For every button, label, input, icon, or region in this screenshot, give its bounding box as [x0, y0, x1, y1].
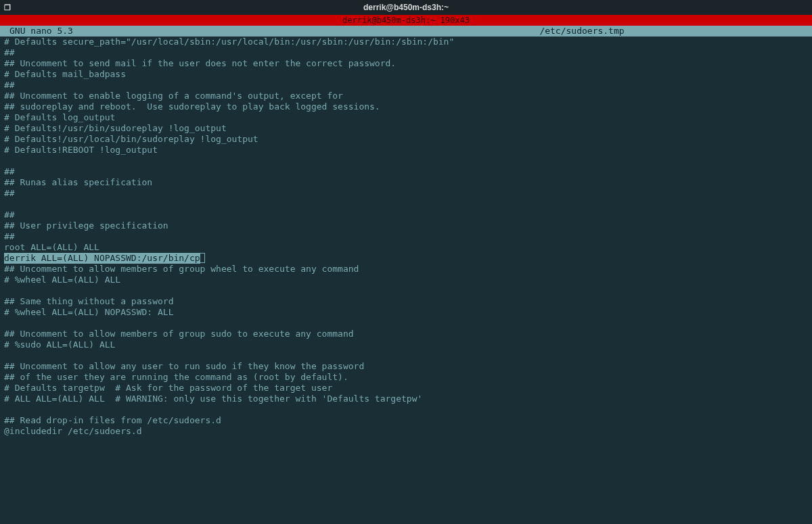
editor-line[interactable]: root ALL=(ALL) ALL — [4, 242, 808, 253]
editor-area[interactable]: # Defaults secure_path="/usr/local/sbin:… — [0, 37, 812, 437]
nano-header: GNU nano 5.3 /etc/sudoers.tmp — [0, 26, 812, 37]
editor-line[interactable]: ## — [4, 47, 808, 58]
editor-line[interactable]: ## — [4, 231, 808, 242]
app-menu-icon[interactable]: ❐ — [0, 0, 15, 15]
editor-line[interactable] — [4, 285, 808, 296]
editor-line[interactable]: ## Runas alias specification — [4, 177, 808, 188]
editor-line[interactable] — [4, 199, 808, 210]
editor-line[interactable]: # Defaults!REBOOT !log_output — [4, 145, 808, 156]
editor-line[interactable]: ## — [4, 80, 808, 91]
editor-line[interactable]: @includedir /etc/sudoers.d — [4, 426, 808, 437]
editor-line[interactable]: ## Same thing without a password — [4, 296, 808, 307]
editor-line[interactable]: # %sudo ALL=(ALL) ALL — [4, 339, 808, 350]
editor-line[interactable]: # Defaults targetpw # Ask for the passwo… — [4, 383, 808, 394]
editor-line[interactable]: # Defaults!/usr/bin/sudoreplay !log_outp… — [4, 123, 808, 134]
editor-line[interactable]: # Defaults mail_badpass — [4, 69, 808, 80]
editor-line[interactable] — [4, 404, 808, 415]
editor-line[interactable] — [4, 156, 808, 166]
editor-line[interactable]: # %wheel ALL=(ALL) NOPASSWD: ALL — [4, 307, 808, 318]
editor-line[interactable]: ## Read drop-in files from /etc/sudoers.… — [4, 415, 808, 426]
editor-line[interactable]: ## Uncomment to allow any user to run su… — [4, 361, 808, 372]
editor-line[interactable]: ## Uncomment to send mail if the user do… — [4, 58, 808, 69]
editor-line[interactable]: ## Uncomment to allow members of group w… — [4, 264, 808, 275]
editor-line[interactable]: # Defaults!/usr/local/bin/sudoreplay !lo… — [4, 134, 808, 145]
editor-line[interactable]: ## Uncomment to allow members of group s… — [4, 329, 808, 339]
editor-line[interactable]: # ALL ALL=(ALL) ALL # WARNING: only use … — [4, 394, 808, 404]
cursor — [200, 253, 205, 263]
editor-line[interactable]: # Defaults secure_path="/usr/local/sbin:… — [4, 37, 808, 47]
editor-line[interactable]: # Defaults log_output — [4, 112, 808, 123]
editor-line[interactable]: ## Uncomment to enable logging of a comm… — [4, 91, 808, 101]
nano-filename: /etc/sudoers.tmp — [0, 26, 812, 37]
window-titlebar[interactable]: ❐ derrik@b450m-ds3h:~ — [0, 0, 812, 15]
editor-line[interactable]: # %wheel ALL=(ALL) ALL — [4, 275, 808, 285]
editor-line[interactable]: ## — [4, 210, 808, 220]
editor-line[interactable]: ## User privilege specification — [4, 220, 808, 231]
editor-line[interactable] — [4, 350, 808, 361]
tmux-window-label: derrik@b450m-ds3h:~ 190x43 — [340, 16, 472, 25]
editor-line[interactable]: ## — [4, 188, 808, 199]
tmux-status-bar: derrik@b450m-ds3h:~ 190x43 — [0, 15, 812, 26]
window-title: derrik@b450m-ds3h:~ — [0, 3, 812, 12]
editor-line[interactable]: ## sudoreplay and reboot. Use sudoreplay… — [4, 101, 808, 112]
editor-line[interactable]: ## of the user they are running the comm… — [4, 372, 808, 383]
editor-line[interactable]: derrik ALL=(ALL) NOPASSWD:/usr/bin/cp — [4, 253, 808, 264]
editor-line[interactable]: ## — [4, 166, 808, 177]
editor-line[interactable] — [4, 318, 808, 329]
highlighted-line[interactable]: derrik ALL=(ALL) NOPASSWD:/usr/bin/cp — [4, 253, 200, 264]
